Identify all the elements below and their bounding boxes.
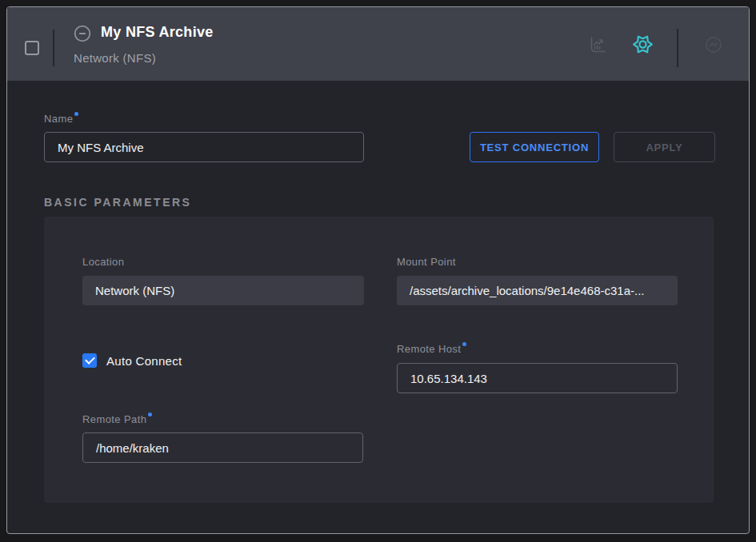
card-header: My NFS Archive Network (NFS)	[7, 7, 749, 81]
remote-host-label: Remote Host	[397, 343, 466, 355]
activity-circle-icon[interactable]	[704, 35, 723, 54]
collapse-minus-icon[interactable]	[74, 25, 91, 42]
location-label: Location	[82, 256, 124, 268]
apply-button[interactable]: APPLY	[614, 132, 715, 162]
remote-host-input[interactable]	[397, 363, 678, 393]
remote-path-input[interactable]	[82, 432, 363, 463]
name-input[interactable]	[44, 132, 364, 162]
header-divider-right	[677, 29, 678, 67]
basic-parameters-panel: Location Network (NFS) Mount Point /asse…	[44, 217, 714, 503]
auto-connect-label: Auto Connect	[106, 354, 182, 368]
mount-point-label: Mount Point	[397, 256, 456, 268]
required-indicator	[148, 412, 152, 416]
select-archive-checkbox[interactable]	[25, 41, 39, 55]
gear-icon[interactable]	[632, 34, 654, 55]
auto-connect-checkbox-row[interactable]: Auto Connect	[82, 353, 182, 369]
header-divider-left	[53, 30, 54, 66]
chart-trend-icon[interactable]	[588, 35, 607, 54]
required-indicator	[462, 342, 466, 346]
auto-connect-checkbox[interactable]	[82, 353, 97, 368]
location-field[interactable]: Network (NFS)	[82, 276, 364, 305]
archive-subtitle: Network (NFS)	[74, 51, 156, 65]
name-label: Name	[44, 113, 78, 125]
remote-path-label: Remote Path	[82, 413, 152, 425]
archive-title: My NFS Archive	[101, 24, 214, 41]
test-connection-button[interactable]: TEST CONNECTION	[470, 132, 599, 162]
basic-parameters-heading: BASIC PARAMETERS	[44, 196, 191, 209]
required-indicator	[74, 112, 78, 116]
mount-point-field[interactable]: /assets/archive_locations/9e14e468-c31a-…	[397, 276, 678, 305]
archive-card: My NFS Archive Network (NFS)	[6, 6, 750, 534]
